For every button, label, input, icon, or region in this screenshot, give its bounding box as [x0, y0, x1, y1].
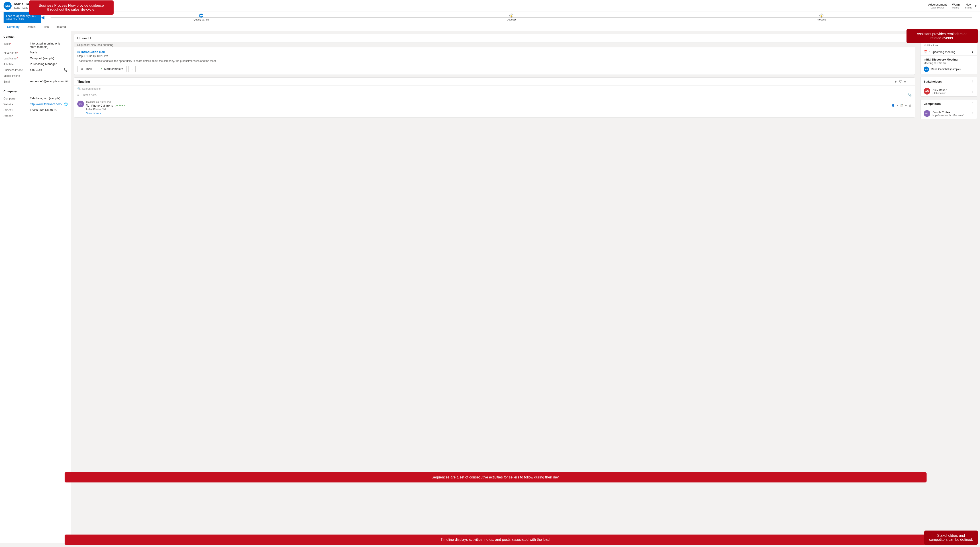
- stakeholder-info: Alex Baker Stakeholder: [932, 88, 968, 94]
- topic-label: Topic*: [3, 42, 28, 45]
- email-btn-icon: ✉: [81, 67, 83, 71]
- stakeholder-item-more-button[interactable]: ⋮: [970, 89, 974, 94]
- header-title-block: Maria Campbell (sa Lead · Lead: [14, 2, 926, 10]
- lead-source-label: Lead Source: [928, 6, 947, 9]
- qualify-label: Qualify (27 D): [194, 18, 209, 21]
- more-timeline-button[interactable]: ⋮: [908, 79, 912, 84]
- timeline-item-content: Modified on: 10:28 PM 📞 Phone Call from:…: [86, 101, 912, 115]
- mark-complete-label: Mark complete: [104, 67, 123, 71]
- process-step-propose[interactable]: 🔒 Propose: [667, 14, 977, 21]
- header-expand-button[interactable]: ▾: [975, 4, 977, 8]
- timeline-item-name: Initial Phone Call: [86, 108, 912, 111]
- meeting-person-avatar: MC: [924, 67, 929, 72]
- email-button[interactable]: ✉ Email: [77, 66, 95, 72]
- competitors-header: Competitors ⋮: [921, 100, 977, 108]
- propose-circle: 🔒: [819, 14, 823, 17]
- process-steps: Qualify (27 D) 🔒 Develop 🔒 Propose: [46, 12, 977, 23]
- note-input-row: ✏ Enter a note... 📎: [74, 92, 915, 98]
- stakeholders-more-button[interactable]: ⋮: [970, 79, 974, 84]
- refresh-icon[interactable]: ↻: [909, 36, 912, 40]
- meeting-detail: Initial Discovery Meeting Meeting at 9:3…: [921, 55, 977, 74]
- phone-call-from-label: Phone Call from:: [91, 104, 113, 107]
- timeline-item-avatar: DB: [77, 101, 84, 107]
- copy-icon[interactable]: 📋: [900, 104, 904, 107]
- active-stage-sub: Active for 27 days: [6, 17, 37, 20]
- tab-summary[interactable]: Summary: [3, 23, 23, 31]
- meeting-time: Meeting at 9:30 am: [924, 62, 974, 65]
- meeting-name: Initial Discovery Meeting: [924, 58, 974, 61]
- develop-label: Develop: [507, 18, 515, 21]
- note-input[interactable]: Enter a note...: [81, 94, 908, 97]
- jobtitle-value: Purchasing Manager: [30, 62, 67, 66]
- field-street1: Street 1 12345 85th South St.: [3, 108, 67, 112]
- competitors-more-button[interactable]: ⋮: [970, 102, 974, 106]
- competitor-name: Fourth Coffee: [932, 111, 968, 114]
- up-next-body: ✉ Introduction mail Step 1 • Due by 10:2…: [74, 48, 915, 75]
- competitors-card: Competitors ⋮ FC Fourth Coffee http://ww…: [920, 99, 977, 119]
- attachment-icon: 📎: [908, 93, 912, 97]
- check-icon: ✔: [100, 67, 103, 71]
- timeline-title: Timeline: [77, 80, 90, 84]
- contact-section-label: Contact: [3, 35, 67, 39]
- filter-timeline-button[interactable]: ▽: [899, 79, 902, 84]
- competitors-title: Competitors: [924, 102, 941, 105]
- lead-breadcrumb: Lead · Lead: [14, 6, 926, 10]
- field-website: Website http://www.fabrikam.com/ 🌐: [3, 102, 67, 106]
- assistant-header: Assistant: [921, 34, 977, 43]
- stakeholder-role: Stakeholder: [932, 92, 968, 94]
- chevron-up-icon: ▲: [971, 50, 974, 54]
- jobtitle-label: Job Title: [3, 62, 28, 66]
- more-options-button[interactable]: ···: [128, 66, 136, 72]
- process-arrow-icon: ◀: [41, 12, 45, 23]
- center-panel: Up next ℹ ↻ Sequence: New lead nurturing…: [71, 32, 918, 543]
- email-btn-label: Email: [84, 67, 92, 71]
- mobilephone-label: Mobile Phone: [3, 74, 28, 78]
- email-send-icon[interactable]: ✉: [65, 80, 68, 83]
- website-value[interactable]: http://www.fabrikam.com/: [30, 102, 62, 106]
- complete-icon[interactable]: ✓: [896, 104, 899, 107]
- company-section-label: Company: [3, 90, 67, 94]
- timeline-item-title-row: 📞 Phone Call from: Active 👤 ✓ 📋 ✏ 🗑: [86, 104, 912, 107]
- info-icon: ℹ: [90, 37, 91, 40]
- email-icon: ✉: [77, 50, 80, 54]
- field-topic: Topic* Interested in online only store (…: [3, 42, 67, 49]
- stakeholders-card: Stakeholders ⋮ AB Alex Baker Stakeholder…: [920, 77, 977, 97]
- timeline-search-row: 🔍 Search timeline: [74, 86, 915, 92]
- timeline-search-input[interactable]: Search timeline: [82, 87, 101, 90]
- main-content: Contact Topic* Interested in online only…: [0, 32, 980, 543]
- competitor-item-more-button[interactable]: ⋮: [970, 111, 974, 116]
- tab-related[interactable]: Related: [52, 23, 70, 31]
- active-status-badge: Active: [115, 104, 124, 107]
- assign-icon[interactable]: 👤: [891, 104, 895, 107]
- edit-icon[interactable]: ✏: [905, 104, 907, 107]
- process-step-qualify[interactable]: Qualify (27 D): [46, 14, 356, 21]
- sequence-label: Sequence: New lead nurturing: [74, 43, 915, 48]
- add-timeline-button[interactable]: +: [894, 80, 896, 84]
- field-jobtitle: Job Title Purchasing Manager: [3, 62, 67, 66]
- meeting-count-row[interactable]: 📅 1 upcoming meeting ▲: [921, 48, 977, 55]
- mark-complete-button[interactable]: ✔ Mark complete: [97, 66, 127, 72]
- qualify-circle: [199, 14, 203, 17]
- propose-label: Propose: [817, 18, 826, 21]
- timeline-header: Timeline + ▽ ≡ ⋮: [74, 78, 915, 86]
- lastname-value: Campbell (sample): [30, 57, 67, 60]
- up-next-title: Up next ℹ: [77, 36, 91, 40]
- stakeholders-title: Stakeholders: [924, 80, 942, 83]
- email-title: Introduction mail: [81, 50, 105, 54]
- tab-details[interactable]: Details: [23, 23, 39, 31]
- businessphone-value: 555-0165: [30, 68, 62, 71]
- pencil-icon: ✏: [77, 94, 80, 97]
- delete-icon[interactable]: 🗑: [909, 104, 912, 107]
- businessphone-label: Business Phone: [3, 68, 28, 72]
- view-more-button[interactable]: View more ▾: [86, 111, 912, 115]
- process-step-develop[interactable]: 🔒 Develop: [356, 14, 666, 21]
- active-stage-button[interactable]: Lead to Opportunity Sal... Active for 27…: [3, 12, 41, 23]
- tab-files[interactable]: Files: [39, 23, 52, 31]
- timeline-actions: + ▽ ≡ ⋮: [894, 79, 912, 84]
- phone-icon: 📞: [64, 68, 67, 72]
- company-value: Fabrikam, Inc. (sample): [30, 97, 67, 100]
- field-firstname: First Name* Maria: [3, 51, 67, 54]
- meeting-count: 1 upcoming meeting: [929, 50, 955, 54]
- up-next-header: Up next ℹ ↻: [74, 34, 915, 43]
- sort-timeline-button[interactable]: ≡: [904, 80, 906, 84]
